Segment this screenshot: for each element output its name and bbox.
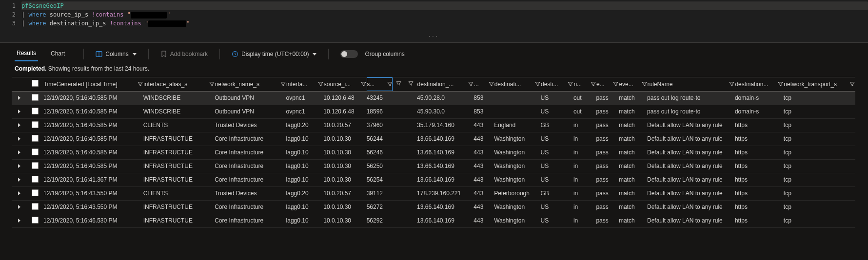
filter-icon[interactable] xyxy=(138,81,143,87)
table-row[interactable]: 12/19/2020, 5:16:40.585 PMINFRASTRUCTUEC… xyxy=(12,132,855,146)
expand-row-icon[interactable] xyxy=(18,123,20,127)
cell-dstip: 178.239.160.221 xyxy=(417,186,473,200)
cell-country: US xyxy=(541,173,573,186)
cell-act: pass xyxy=(596,132,618,146)
filter-icon[interactable] xyxy=(468,81,473,87)
col-header-net[interactable]: network_name_s xyxy=(215,77,286,91)
cell-srcport: 56292 xyxy=(367,214,393,227)
filter-icon[interactable] xyxy=(318,81,323,87)
toggle-switch[interactable] xyxy=(340,50,358,58)
filter-icon[interactable] xyxy=(209,81,215,87)
cell-dstport: 443 xyxy=(473,186,494,200)
filter-icon[interactable] xyxy=(408,81,414,86)
col-header-act[interactable]: e... xyxy=(596,77,618,91)
filter-icon[interactable] xyxy=(280,81,286,87)
col-header-ifshort[interactable]: interfa... xyxy=(286,77,324,91)
filter-icon[interactable] xyxy=(849,81,855,87)
row-checkbox[interactable] xyxy=(32,189,39,196)
col-header-dir[interactable]: n... xyxy=(573,77,596,91)
cell-proto: tcp xyxy=(784,186,855,200)
col-header-time[interactable]: TimeGenerated [Local Time] xyxy=(43,77,143,91)
col-header-srcip[interactable]: source_i... xyxy=(323,77,366,91)
editor-line-3[interactable]: | where destination_ip_s !contains "" xyxy=(21,19,868,28)
col-header-svc[interactable]: destination... xyxy=(735,77,784,91)
cell-time: 12/19/2020, 5:16:41.367 PM xyxy=(43,173,143,186)
col-header-country[interactable]: desti... xyxy=(541,77,573,91)
col-header-exp[interactable] xyxy=(12,77,26,91)
cell-iface: CLIENTS xyxy=(143,186,215,200)
expand-row-icon[interactable] xyxy=(18,110,20,113)
row-checkbox[interactable] xyxy=(32,121,39,128)
cell-dstport: 853 xyxy=(473,105,494,118)
col-header-iface[interactable]: interface_alias_s xyxy=(143,77,215,91)
col-header-proto[interactable]: network_transport_s xyxy=(784,77,855,91)
col-header-evt[interactable]: eve... xyxy=(619,77,647,91)
table-row[interactable]: 12/19/2020, 5:16:40.585 PMWINDSCRIBEOutb… xyxy=(12,91,855,105)
filter-icon[interactable] xyxy=(729,81,734,87)
results-toolbar: Results Chart Columns Add bookmark Displ… xyxy=(0,43,868,61)
row-checkbox[interactable] xyxy=(32,108,39,114)
table-row[interactable]: 12/19/2020, 5:16:43.550 PMINFRASTRUCTUEC… xyxy=(12,200,855,214)
cell-proto: tcp xyxy=(784,132,855,146)
editor-line-2[interactable]: | where source_ip_s !contains "" xyxy=(21,10,868,19)
editor-line-1[interactable]: pfSesneGeoIP xyxy=(21,1,868,10)
expand-row-icon[interactable] xyxy=(18,219,20,223)
cell-net: Core Infrastructure xyxy=(215,173,286,186)
filter-icon[interactable] xyxy=(361,81,366,87)
col-header-dstip[interactable]: destination_... xyxy=(417,77,473,91)
cell-net: Core Infrastructure xyxy=(215,214,286,227)
col-header-srcport[interactable]: s... xyxy=(367,77,393,91)
row-checkbox[interactable] xyxy=(32,176,39,183)
tab-chart[interactable]: Chart xyxy=(49,47,67,61)
row-checkbox[interactable] xyxy=(32,217,39,223)
filter-icon[interactable] xyxy=(613,81,618,87)
row-checkbox[interactable] xyxy=(32,162,39,169)
col-header-rule[interactable]: ruleName xyxy=(647,77,735,91)
select-all-checkbox[interactable] xyxy=(32,80,39,87)
col-header-f2[interactable] xyxy=(405,77,417,91)
columns-button[interactable]: Columns xyxy=(94,49,138,59)
col-header-dstport[interactable]: ... xyxy=(473,77,494,91)
expand-row-icon[interactable] xyxy=(18,150,20,154)
expand-row-icon[interactable] xyxy=(18,164,20,168)
row-checkbox[interactable] xyxy=(32,203,39,210)
col-header-f1[interactable] xyxy=(393,77,404,91)
filter-icon[interactable] xyxy=(396,81,401,86)
table-row[interactable]: 12/19/2020, 5:16:40.585 PMINFRASTRUCTUEC… xyxy=(12,146,855,159)
expand-row-icon[interactable] xyxy=(18,96,20,100)
filter-icon[interactable] xyxy=(778,81,783,87)
table-row[interactable]: 12/19/2020, 5:16:41.367 PMINFRASTRUCTUEC… xyxy=(12,173,855,186)
filter-icon[interactable] xyxy=(387,81,393,87)
filter-icon[interactable] xyxy=(489,81,494,87)
tab-results[interactable]: Results xyxy=(15,47,38,61)
table-row[interactable]: 12/19/2020, 5:16:46.530 PMINFRASTRUCTUEC… xyxy=(12,214,855,227)
cell-dir: in xyxy=(573,132,596,146)
col-header-region[interactable]: destinati... xyxy=(494,77,540,91)
table-scroll[interactable]: TimeGenerated [Local Time]interface_alia… xyxy=(12,77,855,228)
row-checkbox[interactable] xyxy=(32,135,39,142)
row-checkbox[interactable] xyxy=(32,94,39,101)
filter-icon[interactable] xyxy=(535,81,540,87)
col-header-chk[interactable] xyxy=(26,77,43,91)
row-checkbox[interactable] xyxy=(32,149,39,155)
table-row[interactable]: 12/19/2020, 5:16:43.550 PMCLIENTSTrusted… xyxy=(12,186,855,200)
group-columns-toggle[interactable]: Group columns xyxy=(338,48,406,60)
cell-svc: https xyxy=(735,159,784,173)
cell-act: pass xyxy=(596,214,618,227)
query-editor[interactable]: 1pfSesneGeoIP2| where source_ip_s !conta… xyxy=(0,0,868,43)
filter-icon[interactable] xyxy=(642,81,647,87)
cell-ifshort: lagg0.10 xyxy=(286,214,324,227)
expand-row-icon[interactable] xyxy=(18,205,20,209)
display-time-button[interactable]: Display time (UTC+00:00) xyxy=(230,49,318,59)
table-row[interactable]: 12/19/2020, 5:16:40.585 PMINFRASTRUCTUEC… xyxy=(12,159,855,173)
filter-icon[interactable] xyxy=(591,81,596,87)
cell-evt: match xyxy=(619,159,647,173)
columns-label: Columns xyxy=(105,51,128,57)
expand-row-icon[interactable] xyxy=(18,137,20,141)
expand-row-icon[interactable] xyxy=(18,178,20,182)
table-row[interactable]: 12/19/2020, 5:16:40.585 PMWINDSCRIBEOutb… xyxy=(12,105,855,118)
cell-time: 12/19/2020, 5:16:40.585 PM xyxy=(43,159,143,173)
expand-row-icon[interactable] xyxy=(18,191,20,195)
filter-icon[interactable] xyxy=(568,81,573,87)
table-row[interactable]: 12/19/2020, 5:16:40.585 PMCLIENTSTrusted… xyxy=(12,118,855,132)
